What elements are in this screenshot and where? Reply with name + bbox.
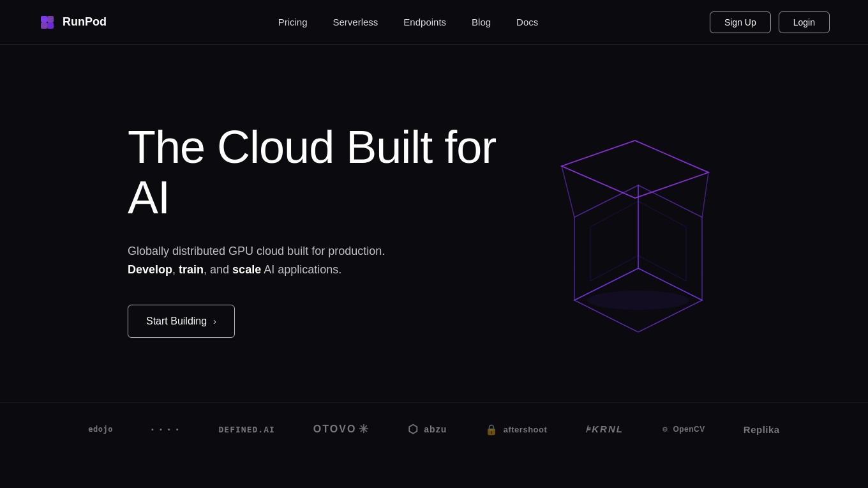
nav-actions: Sign Up Login xyxy=(710,11,830,33)
brand-opencv: ⚙OpenCV xyxy=(662,425,705,434)
signup-button[interactable]: Sign Up xyxy=(710,11,771,33)
chevron-right-icon: › xyxy=(213,316,216,326)
brand-otovo: OTOVO✳ xyxy=(313,422,370,436)
hero-develop: Develop xyxy=(128,263,172,276)
svg-rect-3 xyxy=(47,22,54,29)
hero-title: The Cloud Built for AI xyxy=(128,122,498,223)
hero-illustration xyxy=(511,102,766,358)
brand-abzu: ⬡abzu xyxy=(408,422,447,436)
logo[interactable]: RunPod xyxy=(38,13,107,31)
brand-edojo: edojo xyxy=(88,425,113,434)
hero-scale: scale xyxy=(232,263,261,276)
hero-subtitle-end: AI applications. xyxy=(261,263,341,276)
brand-krnl: ⊧KRNL xyxy=(585,423,624,435)
brand-replika: Replika xyxy=(744,424,780,435)
nav-links: Pricing Serverless Endpoints Blog Docs xyxy=(278,17,539,27)
nav-link-blog[interactable]: Blog xyxy=(472,17,491,27)
start-building-button[interactable]: Start Building › xyxy=(128,305,235,338)
logo-text: RunPod xyxy=(63,15,107,29)
hero-subtitle: Globally distributed GPU cloud built for… xyxy=(128,242,498,279)
cube-illustration xyxy=(523,115,753,345)
nav-link-pricing[interactable]: Pricing xyxy=(278,17,308,27)
hero-content: The Cloud Built for AI Globally distribu… xyxy=(128,122,498,338)
nav-link-endpoints[interactable]: Endpoints xyxy=(403,17,446,27)
hero-subtitle-line1: Globally distributed GPU cloud built for… xyxy=(128,245,385,257)
svg-rect-1 xyxy=(47,16,54,22)
svg-rect-2 xyxy=(41,22,47,29)
hero-section: The Cloud Built for AI Globally distribu… xyxy=(0,45,868,402)
login-button[interactable]: Login xyxy=(779,11,830,33)
nav-link-docs[interactable]: Docs xyxy=(516,17,538,27)
hero-train: train xyxy=(179,263,204,276)
brand-jino: • • • • xyxy=(151,425,181,433)
runpod-logo-icon xyxy=(38,13,56,31)
navbar: RunPod Pricing Serverless Endpoints Blog… xyxy=(0,0,868,45)
svg-point-4 xyxy=(587,291,689,310)
svg-rect-0 xyxy=(41,16,47,22)
nav-link-serverless[interactable]: Serverless xyxy=(333,17,378,27)
brand-logos-bar: edojo • • • • DEFINED.AI OTOVO✳ ⬡abzu 🔒a… xyxy=(0,402,868,455)
brand-defined-ai: DEFINED.AI xyxy=(219,425,275,434)
start-building-label: Start Building xyxy=(146,316,207,327)
brand-aftershoot: 🔒aftershoot xyxy=(485,423,547,436)
